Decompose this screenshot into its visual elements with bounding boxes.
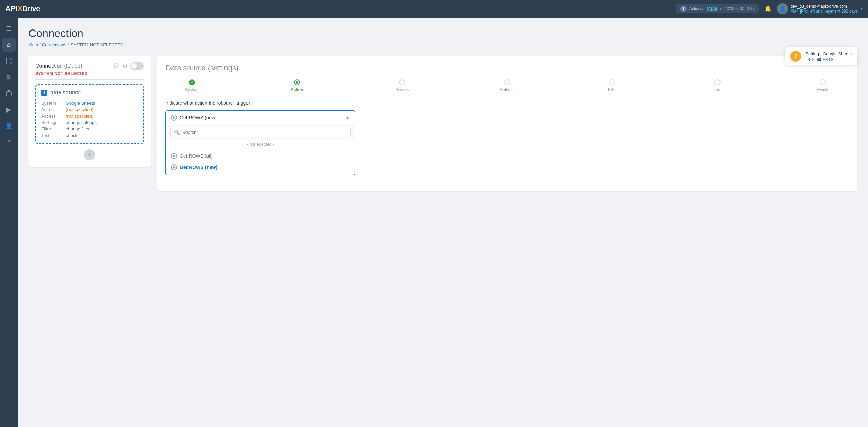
user-info: dev_d3_demo@apix-drive.com Plan |Pro| le… — [791, 4, 858, 14]
cards-row: Connection (ID: 93) 📄 ⚙ SYSTEM NOT SELEC… — [28, 56, 857, 191]
ds-row-label: Filter — [41, 126, 66, 132]
user-menu[interactable]: 👤 dev_d3_demo@apix-drive.com Plan |Pro| … — [777, 3, 863, 14]
table-row: Filterchange filter — [41, 126, 138, 132]
datasource-number: 1 — [41, 90, 47, 96]
add-datasource-button[interactable]: + — [84, 149, 95, 160]
avatar: 👤 — [777, 3, 788, 14]
system-status: SYSTEM NOT SELECTED — [35, 71, 144, 80]
logo[interactable]: APIXDrive — [5, 4, 40, 13]
step-label: Settings — [500, 87, 514, 92]
table-row: SystemGoogle Sheets — [41, 100, 138, 106]
right-card-title: Data source (settings) — [165, 64, 849, 73]
step-label: Access — [396, 87, 409, 92]
step-circle-inactive — [714, 79, 721, 85]
step-label: Action — [291, 87, 303, 92]
user-email: dev_d3_demo@apix-drive.com — [791, 4, 858, 9]
sidebar-item-menu[interactable]: ☰ — [2, 22, 16, 35]
dropdown-search-area: 🔍 — [166, 124, 355, 140]
step-access[interactable]: Access — [376, 79, 428, 92]
step-label: System — [185, 87, 199, 92]
step-test[interactable]: Test — [691, 79, 744, 92]
datasource-table: SystemGoogle SheetsAction(not specified)… — [41, 100, 138, 139]
sidebar-item-video[interactable]: ▶ — [2, 103, 16, 117]
step-finish[interactable]: Finish — [796, 79, 849, 92]
page-title: Connection — [28, 27, 857, 40]
step-system[interactable]: System — [165, 79, 218, 92]
search-input[interactable] — [182, 130, 347, 135]
datasource-box: 1 DATA SOURCE SystemGoogle SheetsAction(… — [35, 84, 144, 144]
step-connector — [428, 81, 481, 81]
ds-row-label: Access — [41, 113, 66, 119]
action-dropdown[interactable]: Get ROWS (new) ▲ 🔍 - not selected - Get … — [165, 110, 355, 175]
step-filter[interactable]: Filter — [586, 79, 639, 92]
step-circle-inactive — [504, 79, 510, 85]
dropdown-selected-value: Get ROWS (new) — [171, 115, 217, 121]
option-play-icon — [171, 153, 177, 159]
right-card: Data source (settings) SystemActionAcces… — [157, 56, 857, 191]
table-row: Settingschange settings — [41, 119, 138, 126]
actions-label: Actions: — [689, 6, 704, 11]
logo-x-text: X — [17, 4, 22, 13]
top-navigation: APIXDrive i Actions: 6'188 of 10'000'000… — [0, 0, 868, 18]
help-box-content: Settings Google Sheets Help 📹 Video — [805, 51, 852, 62]
left-card-header: Connection (ID: 93) 📄 ⚙ — [35, 62, 144, 70]
step-connector — [534, 81, 586, 81]
user-menu-chevron-icon: ▾ — [861, 6, 863, 11]
ds-row-value[interactable]: (not specified) — [66, 114, 94, 119]
ds-row-value: change settings — [66, 120, 97, 125]
step-connector — [323, 81, 376, 81]
ds-row-value: change filter — [66, 126, 90, 131]
connection-id: (ID: 93) — [64, 63, 82, 69]
breadcrumb: Main / Connections / SYSTEM NOT SELECTED — [28, 42, 857, 47]
play-icon — [171, 115, 177, 121]
breadcrumb-current: SYSTEM NOT SELECTED — [71, 42, 124, 47]
dropdown-chevron-icon: ▲ — [344, 115, 350, 121]
actions-count: 6'188 — [707, 6, 717, 12]
logo-drive-text: Drive — [22, 4, 40, 13]
step-action[interactable]: Action — [271, 79, 323, 92]
dropdown-not-selected: - not selected - — [166, 140, 355, 149]
sidebar-item-home[interactable]: ⌂ — [2, 38, 16, 52]
dropdown-options-list: Get ROWS (all)Get ROWS (new) — [166, 149, 355, 175]
breadcrumb-main[interactable]: Main — [28, 42, 38, 47]
step-circle-inactive — [820, 79, 826, 85]
copy-icon[interactable]: 📄 — [113, 63, 120, 69]
sidebar-item-billing[interactable]: $ — [2, 70, 16, 84]
video-icon: 📹 — [816, 57, 822, 62]
ds-row-label: Action — [41, 106, 66, 113]
search-icon: 🔍 — [174, 129, 180, 135]
ds-row-label: Settings — [41, 119, 66, 126]
dropdown-option[interactable]: Get ROWS (all) — [166, 150, 355, 162]
notifications-bell[interactable]: 🔔 — [763, 4, 773, 14]
dropdown-option[interactable]: Get ROWS (new) — [166, 162, 355, 173]
actions-total: of 10'000'000 (0%) — [720, 6, 754, 11]
help-video[interactable]: 📹 Video — [816, 57, 833, 62]
dropdown-header[interactable]: Get ROWS (new) ▲ — [166, 111, 355, 124]
connection-toggle[interactable] — [130, 62, 144, 70]
action-prompt: Indicate what action the robot will trig… — [165, 100, 849, 106]
sidebar-item-connections[interactable] — [2, 54, 16, 68]
step-connector — [744, 81, 796, 81]
settings-gear-icon[interactable]: ⚙ — [123, 63, 127, 69]
logo-api-text: API — [5, 4, 17, 13]
ds-row-value[interactable]: Google Sheets — [66, 101, 95, 106]
ds-row-value[interactable]: (not specified) — [66, 107, 94, 112]
ds-row-value: check — [66, 133, 77, 138]
left-card-icons: 📄 ⚙ — [113, 62, 144, 70]
breadcrumb-connections[interactable]: Connections — [42, 42, 66, 47]
step-circle-active — [294, 79, 300, 85]
connection-title: Connection (ID: 93) — [35, 63, 82, 69]
breadcrumb-sep-2: / — [68, 42, 69, 47]
help-box-title: Settings Google Sheets — [805, 51, 852, 56]
option-play-icon — [171, 164, 177, 170]
main-content: ? Settings Google Sheets Help 📹 Video Co… — [18, 18, 868, 427]
actions-box: i Actions: 6'188 of 10'000'000 (0%) — [676, 4, 759, 13]
sidebar-item-jobs[interactable] — [2, 87, 16, 100]
sidebar: ☰ ⌂ $ ▶ 👤 ? — [0, 18, 18, 427]
step-settings[interactable]: Settings — [481, 79, 533, 92]
help-link[interactable]: Help — [805, 57, 814, 62]
sidebar-item-profile[interactable]: 👤 — [2, 119, 16, 133]
breadcrumb-sep-1: / — [39, 42, 41, 47]
table-row: Action(not specified) — [41, 106, 138, 113]
sidebar-item-help[interactable]: ? — [2, 136, 16, 149]
